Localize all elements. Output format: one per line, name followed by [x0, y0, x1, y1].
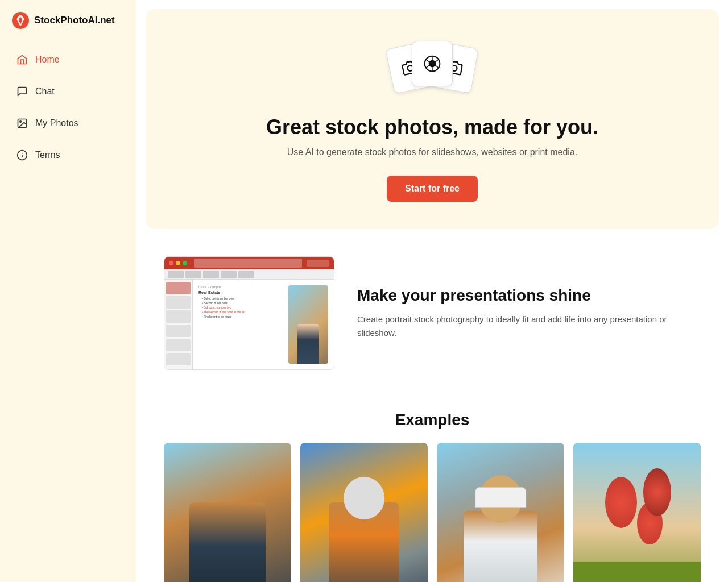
logo-area[interactable]: StockPhotoAI.net: [0, 0, 136, 43]
svg-line-14: [426, 60, 430, 63]
main-content: Great stock photos, made for you. Use AI…: [136, 0, 728, 582]
sidebar-item-my-photos-label: My Photos: [35, 118, 78, 128]
sidebar-item-chat[interactable]: Chat: [5, 76, 131, 107]
examples-title: Examples: [164, 411, 701, 429]
examples-section: Examples: [146, 397, 719, 582]
sidebar-item-home-label: Home: [35, 55, 60, 65]
photo-card-center: [412, 41, 453, 86]
presentations-section: Case Example: Real-Estate • Bullet point…: [146, 229, 719, 397]
start-for-free-button[interactable]: Start for free: [387, 176, 478, 202]
home-icon: [16, 53, 28, 66]
logo-text: StockPhotoAI.net: [34, 15, 115, 26]
example-image-3: [573, 443, 701, 582]
sidebar-item-my-photos[interactable]: My Photos: [5, 108, 131, 139]
svg-point-2: [20, 121, 22, 123]
sidebar-item-chat-label: Chat: [35, 86, 55, 97]
sidebar: StockPhotoAI.net Home Chat: [0, 0, 136, 582]
hero-subtitle: Use AI to generate stock photos for slid…: [287, 147, 577, 157]
sidebar-item-terms-label: Terms: [35, 150, 60, 160]
svg-line-13: [426, 65, 430, 68]
photo-icon: [16, 117, 28, 130]
example-image-2: [437, 443, 564, 582]
presentation-screenshot: Case Example: Real-Estate • Bullet point…: [164, 256, 334, 370]
ppt-toolbar: [164, 257, 334, 269]
example-image-1: [300, 443, 428, 582]
presentations-text: Make your presentations shine Create por…: [357, 286, 701, 340]
presentations-description: Create portrait stock photography to ide…: [357, 313, 701, 340]
svg-line-10: [435, 60, 439, 63]
chat-icon: [16, 85, 28, 98]
svg-point-8: [429, 61, 436, 67]
logo-icon: [11, 11, 30, 30]
hero-title: Great stock photos, made for you.: [266, 115, 598, 139]
sidebar-nav: Home Chat My Photos: [0, 43, 136, 172]
sidebar-item-terms[interactable]: Terms: [5, 140, 131, 171]
info-icon: [16, 149, 28, 161]
example-image-0: [164, 443, 291, 582]
sidebar-item-home[interactable]: Home: [5, 44, 131, 75]
examples-grid: [164, 443, 701, 582]
svg-line-11: [435, 65, 439, 68]
hero-section: Great stock photos, made for you. Use AI…: [146, 9, 719, 229]
hero-icons: [390, 36, 475, 99]
presentations-title: Make your presentations shine: [357, 286, 701, 305]
